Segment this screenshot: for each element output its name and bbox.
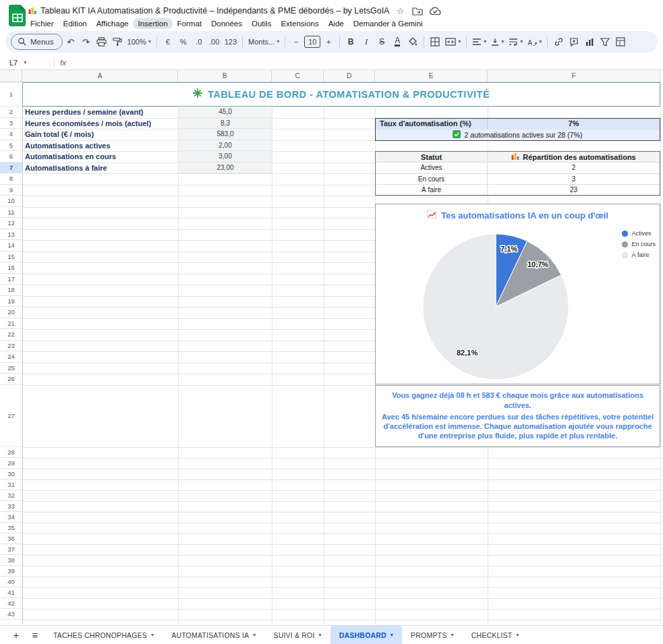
italic-button[interactable]: I: [359, 34, 374, 50]
menu-edition[interactable]: Édition: [59, 18, 92, 29]
col-header-f[interactable]: F: [488, 70, 660, 82]
all-sheets-button[interactable]: ≡: [26, 626, 45, 644]
col-header-d[interactable]: D: [324, 70, 375, 82]
row-header-34[interactable]: 34: [0, 512, 22, 523]
row-header-9[interactable]: 9: [0, 185, 22, 196]
insert-chart-icon[interactable]: [582, 34, 597, 50]
row-header-25[interactable]: 25: [0, 363, 22, 374]
col-header-e[interactable]: E: [375, 70, 488, 82]
tab-prompts[interactable]: PROMPTS▾: [402, 626, 463, 644]
row-header-14[interactable]: 14: [0, 240, 22, 252]
status-header-cell[interactable]: Statut: [376, 152, 488, 162]
comment-icon[interactable]: [567, 34, 581, 50]
menu-donnees[interactable]: Données: [206, 18, 247, 29]
increase-font-size-button[interactable]: +: [321, 34, 336, 50]
print-icon[interactable]: [94, 34, 109, 50]
row-header-24[interactable]: 24: [0, 351, 22, 363]
fill-color-icon[interactable]: [405, 34, 420, 50]
dashboard-title-cell[interactable]: TABLEAU DE BORD - ATOMATISATION & PRODUC…: [22, 82, 660, 107]
row-header-18[interactable]: 18: [0, 285, 22, 296]
row-header-32[interactable]: 32: [0, 490, 22, 501]
format-currency-button[interactable]: €: [161, 34, 175, 50]
row-header-6[interactable]: 6: [0, 151, 22, 163]
metric-label-row3[interactable]: Heures économisées / mois (actuel): [23, 118, 177, 129]
row-header-29[interactable]: 29: [0, 458, 22, 469]
automation-rate-value-cell[interactable]: 7%: [488, 119, 660, 129]
col-header-a[interactable]: A: [22, 70, 178, 82]
metric-value-row5[interactable]: 2,00: [179, 140, 272, 152]
row-header-21[interactable]: 21: [0, 318, 22, 330]
cloud-saved-icon[interactable]: [428, 5, 442, 17]
metric-label-row2[interactable]: Heures perdues / semaine (avant): [23, 107, 177, 118]
row-header-23[interactable]: 23: [0, 341, 22, 352]
menu-aide[interactable]: Aide: [324, 18, 349, 29]
text-rotation-icon[interactable]: A ▾: [525, 34, 544, 50]
menu-insertion[interactable]: Insertion: [133, 18, 172, 29]
format-percent-button[interactable]: %: [176, 34, 191, 50]
row-header-19[interactable]: 19: [0, 296, 22, 308]
bold-button[interactable]: B: [343, 34, 358, 50]
star-icon[interactable]: ☆: [393, 5, 407, 17]
gain-message-cell[interactable]: Vous gagnez déjà 08 h et 583 € chaque mo…: [375, 385, 660, 447]
row-header-35[interactable]: 35: [0, 523, 22, 533]
automation-rate-note-cell[interactable]: 2 automatisations actives sur 28 (7%): [376, 129, 660, 140]
menu-gemini[interactable]: Demander à Gemini: [349, 18, 428, 29]
undo-icon[interactable]: ↶: [63, 34, 78, 50]
row-header-26[interactable]: 26: [0, 374, 22, 385]
automations-pie-chart[interactable]: Tes automatisations IA en un coup d'œil …: [375, 204, 660, 384]
tab-dashboard[interactable]: DASHBOARD▾: [330, 626, 402, 644]
metric-value-row4[interactable]: 583,0: [179, 129, 272, 140]
row-header-16[interactable]: 16: [0, 262, 22, 274]
row-header-40[interactable]: 40: [0, 577, 22, 587]
filter-icon[interactable]: [598, 34, 612, 50]
select-all-corner[interactable]: [0, 70, 22, 82]
metric-label-row7[interactable]: Automatisations à faire: [23, 163, 177, 174]
metric-value-row3[interactable]: 8,3: [179, 118, 272, 129]
name-box[interactable]: L7 ▾: [0, 59, 49, 67]
status-value-cell[interactable]: 2: [488, 163, 660, 173]
tab-suivi-roi[interactable]: SUIVI & ROI▾: [264, 626, 330, 644]
decrease-font-size-button[interactable]: −: [289, 34, 304, 50]
row-header-28[interactable]: 28: [0, 447, 22, 458]
menu-format[interactable]: Format: [173, 18, 206, 29]
grid-body[interactable]: 1234567891011121314151617181920212223242…: [0, 82, 663, 625]
metric-label-row6[interactable]: Automatisations en cours: [23, 151, 177, 163]
row-header-7[interactable]: 7: [0, 163, 22, 174]
horizontal-align-icon[interactable]: ▾: [470, 34, 488, 50]
row-header-11[interactable]: 11: [0, 207, 22, 218]
row-header-41[interactable]: 41: [0, 587, 22, 598]
row-header-31[interactable]: 31: [0, 479, 22, 490]
row-header-22[interactable]: 22: [0, 329, 22, 341]
row-header-17[interactable]: 17: [0, 274, 22, 285]
increase-decimal-button[interactable]: .00: [207, 34, 222, 50]
row-header-10[interactable]: 10: [0, 196, 22, 207]
row-header-33[interactable]: 33: [0, 501, 22, 512]
metric-value-row6[interactable]: 3,00: [179, 151, 272, 163]
text-wrap-icon[interactable]: ▾: [507, 34, 525, 50]
merge-cells-icon[interactable]: ▾: [443, 34, 463, 50]
tab-checklist[interactable]: CHECKLIST▾: [463, 626, 528, 644]
status-value-cell[interactable]: 3: [488, 174, 660, 184]
row-header-42[interactable]: 42: [0, 598, 22, 609]
status-cell[interactable]: En cours: [376, 174, 488, 184]
row-header-2[interactable]: 2: [0, 107, 22, 118]
font-size-input[interactable]: 10: [304, 36, 320, 48]
col-header-b[interactable]: B: [178, 70, 272, 82]
metric-value-row7[interactable]: 23,00: [179, 163, 272, 174]
row-header-1[interactable]: 1: [0, 82, 22, 107]
row-header-37[interactable]: 37: [0, 544, 22, 555]
row-header-39[interactable]: 39: [0, 566, 22, 577]
row-header-20[interactable]: 20: [0, 307, 22, 318]
row-header-36[interactable]: 36: [0, 533, 22, 544]
font-select[interactable]: Monts...▾: [246, 34, 281, 50]
status-cell[interactable]: À faire: [376, 185, 488, 195]
more-formats-button[interactable]: 123: [223, 34, 239, 50]
link-icon[interactable]: [551, 34, 566, 50]
redo-icon[interactable]: ↷: [79, 34, 94, 50]
row-header-12[interactable]: 12: [0, 218, 22, 229]
borders-icon[interactable]: [428, 34, 442, 50]
menu-fichier[interactable]: Fichier: [26, 18, 59, 29]
row-header-5[interactable]: 5: [0, 140, 22, 152]
row-header-4[interactable]: 4: [0, 129, 22, 140]
decrease-decimal-button[interactable]: .0: [192, 34, 206, 50]
